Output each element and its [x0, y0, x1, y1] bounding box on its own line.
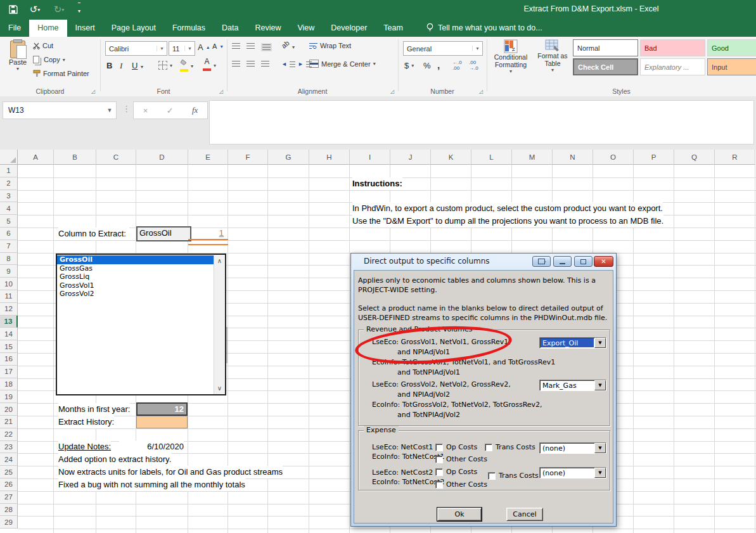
tab-home[interactable]: Home [29, 20, 67, 37]
row-header-10[interactable]: 10 [0, 278, 18, 290]
style-normal[interactable]: Normal [573, 39, 638, 56]
style-input[interactable]: Input [707, 58, 756, 75]
column-to-extract-cell[interactable]: GrossOil [136, 226, 191, 241]
checkbox-icon[interactable] [435, 444, 443, 451]
row-header-21[interactable]: 21 [0, 416, 18, 428]
number-dialog-launcher-icon[interactable]: ◿ [479, 89, 483, 94]
row-header-25[interactable]: 25 [0, 466, 18, 478]
clipboard-dialog-launcher-icon[interactable]: ◿ [91, 89, 95, 94]
row-header-19[interactable]: 19 [0, 390, 18, 403]
insert-function-icon[interactable]: fx [192, 105, 198, 115]
column-header-g[interactable]: G [268, 150, 309, 165]
column-header-m[interactable]: M [512, 150, 553, 165]
column-header-d[interactable]: D [136, 150, 188, 165]
row-header-3[interactable]: 3 [0, 190, 18, 203]
style-bad[interactable]: Bad [640, 39, 705, 56]
align-left-button[interactable] [232, 61, 240, 67]
tab-review[interactable]: Review [247, 20, 289, 37]
underline-button[interactable]: U [132, 61, 138, 70]
row-header-18[interactable]: 18 [0, 378, 18, 391]
minimize-icon[interactable] [553, 256, 572, 267]
row-header-12[interactable]: 12 [0, 303, 18, 316]
cut-button[interactable]: Cut [33, 42, 53, 49]
combo-arrow-icon[interactable]: ▼ [594, 468, 606, 478]
number-format-combo[interactable]: General▾ [403, 41, 483, 56]
row-header-8[interactable]: 8 [0, 253, 18, 266]
undo-button[interactable]: ↺▾ [24, 2, 46, 18]
style-check-cell[interactable]: Check Cell [573, 58, 638, 75]
tab-team[interactable]: Team [375, 20, 411, 37]
drag-handle-icon[interactable]: ⋮ [122, 104, 131, 113]
borders-button[interactable]: ▾ [158, 61, 172, 70]
checkbox-icon[interactable] [435, 468, 443, 476]
scroll-down-icon[interactable]: ∨ [214, 385, 225, 392]
column-header-e[interactable]: E [188, 150, 228, 165]
product2-combo[interactable]: Mark_Gas▼ [539, 380, 606, 391]
style-good[interactable]: Good [707, 39, 756, 56]
row-header-2[interactable]: 2 [0, 177, 18, 190]
align-center-button[interactable] [247, 61, 255, 67]
decrease-decimal-button[interactable]: .00→.0 [469, 60, 478, 71]
row-header-4[interactable]: 4 [0, 202, 18, 215]
align-middle-button[interactable] [247, 43, 255, 49]
row-header-14[interactable]: 14 [0, 328, 18, 340]
percent-button[interactable]: % [423, 61, 431, 70]
customize-qat-icon[interactable]: ▾ [71, 2, 87, 19]
row-header-6[interactable]: 6 [0, 228, 18, 240]
conditional-formatting-button[interactable]: ≠ Conditional Formatting▾ [489, 39, 532, 86]
row-header-28[interactable]: 28 [0, 504, 18, 517]
dialog-help-icon[interactable]: › [532, 256, 551, 267]
combo-arrow-icon[interactable]: ▼ [594, 443, 606, 453]
row-header-5[interactable]: 5 [0, 215, 18, 228]
row-header-23[interactable]: 23 [0, 441, 18, 454]
column-header-a[interactable]: A [18, 150, 54, 165]
combo-arrow-icon[interactable]: ▼ [594, 338, 606, 348]
italic-button[interactable]: I [120, 61, 122, 71]
row-header-26[interactable]: 26 [0, 478, 18, 491]
column-header-o[interactable]: O [593, 150, 634, 165]
list-item-grossvol1[interactable]: GrossVol1 [57, 281, 214, 290]
tab-view[interactable]: View [289, 20, 323, 37]
enter-check-icon[interactable]: ✓ [167, 106, 174, 115]
other-costs-1-checkbox[interactable]: Other Costs [435, 455, 487, 463]
ok-button[interactable]: Ok [437, 508, 482, 521]
row-header-13[interactable]: 13 [0, 316, 18, 328]
combo-arrow-icon[interactable]: ▼ [594, 380, 606, 390]
list-item-grossoil[interactable]: GrossOil [57, 255, 214, 264]
close-icon[interactable]: ✕ [594, 256, 613, 267]
column-header-r[interactable]: R [715, 150, 755, 165]
column-header-k[interactable]: K [431, 150, 471, 165]
tab-developer[interactable]: Developer [323, 20, 375, 37]
checkbox-icon[interactable] [485, 444, 492, 451]
redo-button[interactable]: ↻▾ [48, 2, 70, 18]
column-header-q[interactable]: Q [674, 150, 715, 165]
row-header-16[interactable]: 16 [0, 353, 18, 366]
checkbox-icon[interactable] [488, 472, 496, 480]
tab-formulas[interactable]: Formulas [164, 20, 214, 37]
comma-button[interactable]: , [437, 60, 440, 70]
cancel-x-icon[interactable]: × [143, 106, 148, 115]
row-header-22[interactable]: 22 [0, 428, 18, 441]
column-header-h[interactable]: H [309, 150, 350, 165]
tab-file[interactable]: File [0, 20, 29, 37]
column-header-j[interactable]: J [390, 150, 431, 165]
wrap-text-button[interactable]: Wrap Text [309, 42, 351, 49]
format-as-table-button[interactable]: Format as Table▾ [534, 39, 572, 86]
decrease-indent-button[interactable]: ◄ [281, 61, 295, 67]
align-right-button[interactable] [261, 61, 269, 67]
currency-button[interactable]: $▾ [404, 61, 414, 70]
merge-center-button[interactable]: Merge & Center▾ [309, 60, 376, 68]
scroll-up-icon[interactable]: ∧ [214, 257, 225, 264]
column-header-b[interactable]: B [54, 150, 96, 165]
bold-button[interactable]: B [106, 61, 112, 70]
row-header-27[interactable]: 27 [0, 491, 18, 504]
product1-combo[interactable]: Export_Oil▼ [539, 337, 606, 349]
alignment-dialog-launcher-icon[interactable]: ◿ [390, 89, 394, 94]
checkbox-icon[interactable] [435, 456, 443, 463]
name-box[interactable]: W13 ▼ [3, 101, 117, 119]
checkbox-icon[interactable] [435, 481, 443, 489]
increase-font-button[interactable]: A▲ [198, 42, 210, 52]
row-header-9[interactable]: 9 [0, 265, 18, 278]
select-all-corner[interactable] [0, 150, 18, 165]
months-first-year-cell[interactable]: 12 [136, 402, 188, 416]
